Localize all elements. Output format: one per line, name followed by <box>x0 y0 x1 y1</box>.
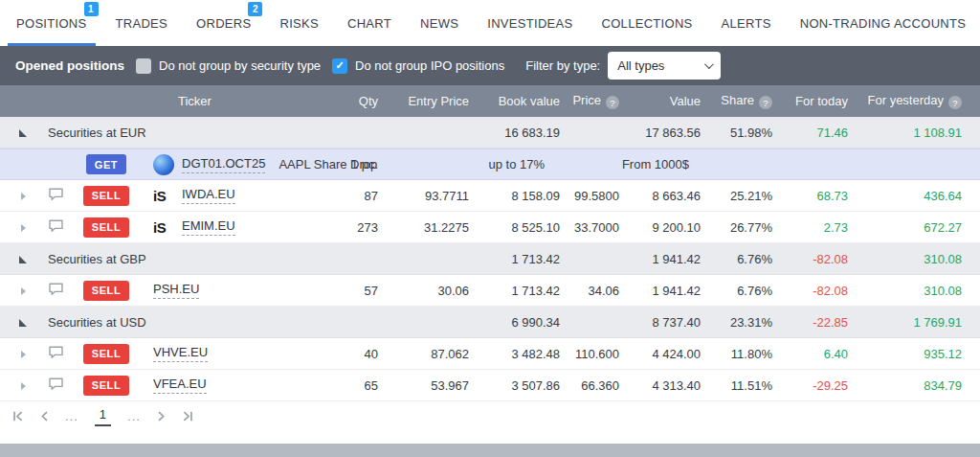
sell-button[interactable]: SELL <box>83 186 129 206</box>
tab-news[interactable]: NEWS <box>406 0 473 46</box>
position-row: SELL VHVE.EU 40 87.062 3 482.48 110.600 … <box>0 338 980 370</box>
table-header-row: Ticker Qty Entry Price Book value Price?… <box>0 85 980 117</box>
for-yesterday-cell: 436.64 <box>848 189 980 203</box>
header-share[interactable]: Share? <box>701 93 772 110</box>
header-for-yesterday[interactable]: For yesterday? <box>848 93 980 110</box>
next-page-icon[interactable] <box>157 410 166 423</box>
chevron-down-icon <box>704 59 714 69</box>
for-today-cell: -82.08 <box>772 284 848 298</box>
bottom-spacer <box>0 430 980 444</box>
checkbox-icon[interactable] <box>332 58 347 74</box>
help-icon[interactable]: ? <box>606 96 619 109</box>
group-row[interactable]: Securities at EUR 16 683.19 17 863.56 51… <box>0 117 980 149</box>
header-entry-price[interactable]: Entry Price <box>378 94 469 108</box>
group-by-type-checkbox[interactable]: Do not group by security type <box>136 58 321 74</box>
horizontal-scrollbar[interactable] <box>0 444 980 457</box>
ishares-logo: iS <box>153 188 173 204</box>
header-ticker[interactable]: Ticker <box>138 94 302 108</box>
tab-label: ORDERS <box>196 16 251 31</box>
expand-arrow-icon[interactable] <box>21 382 26 390</box>
qty-cell: 65 <box>302 378 378 393</box>
ticker-label[interactable]: EMIM.EU <box>182 218 235 236</box>
tab-risks[interactable]: RISKS <box>265 0 333 46</box>
tab-non-trading-accounts[interactable]: NON-TRADING ACCOUNTS <box>786 0 980 46</box>
share-cell: 11.80% <box>701 347 772 361</box>
tab-trades[interactable]: TRADES <box>101 0 183 46</box>
promo-row[interactable]: GET DGT01.OCT25 AAPL Share Drop 1 pc. up… <box>0 149 980 180</box>
sell-button[interactable]: SELL <box>83 344 129 364</box>
sell-button[interactable]: SELL <box>83 217 129 238</box>
expand-arrow-icon[interactable] <box>21 351 26 358</box>
qty-cell: 40 <box>302 347 378 361</box>
checkbox-label: Do not group IPO positions <box>355 58 504 73</box>
value-cell: 1 941.42 <box>619 284 701 298</box>
tab-orders[interactable]: ORDERS2 <box>182 0 265 46</box>
group-value: 1 941.42 <box>619 252 701 266</box>
prev-page-icon[interactable] <box>40 410 49 423</box>
expand-arrow-icon[interactable] <box>21 224 26 232</box>
tab-chart[interactable]: CHART <box>333 0 406 46</box>
comment-icon[interactable] <box>48 345 64 359</box>
ticker-label[interactable]: DGT01.OCT25 <box>182 156 265 173</box>
promo-qty: 1 pc. <box>302 157 378 171</box>
ticker-label[interactable]: IWDA.EU <box>182 187 235 204</box>
group-for-today: -22.85 <box>772 315 848 330</box>
ipo-positions-checkbox[interactable]: Do not group IPO positions <box>332 58 504 74</box>
group-share: 6.76% <box>701 252 772 266</box>
book-value-cell: 3 482.48 <box>469 347 560 361</box>
collapse-triangle-icon[interactable] <box>19 319 27 327</box>
help-icon[interactable]: ? <box>948 96 962 109</box>
value-cell: 4 313.40 <box>619 378 701 393</box>
ticker-label[interactable]: VHVE.EU <box>153 345 208 362</box>
tab-investideas[interactable]: INVESTIDEAS <box>473 0 587 46</box>
ishares-logo: iS <box>153 219 173 236</box>
group-row[interactable]: Securities at USD 6 990.34 8 737.40 23.3… <box>0 307 980 338</box>
comment-icon[interactable] <box>48 377 64 391</box>
tab-label: TRADES <box>116 16 168 31</box>
last-page-icon[interactable] <box>182 410 194 423</box>
opened-positions-title: Opened positions <box>15 58 124 73</box>
sell-button[interactable]: SELL <box>83 281 129 301</box>
comment-icon[interactable] <box>48 187 64 201</box>
positions-table-body: Securities at EUR 16 683.19 17 863.56 51… <box>0 117 980 401</box>
comment-icon[interactable] <box>48 282 64 296</box>
book-value-cell: 3 507.86 <box>469 378 560 393</box>
pagination-bar: ... 1 ... <box>0 401 980 430</box>
tab-collections[interactable]: COLLECTIONS <box>588 0 707 46</box>
sell-button[interactable]: SELL <box>83 376 129 396</box>
header-for-today[interactable]: For today <box>772 94 848 108</box>
position-row: SELL iSEMIM.EU 273 31.2275 8 525.10 33.7… <box>0 212 980 243</box>
group-share: 51.98% <box>701 126 772 140</box>
checkbox-icon[interactable] <box>136 58 151 74</box>
help-icon[interactable]: ? <box>759 96 772 109</box>
ticker-label[interactable]: PSH.EU <box>153 282 199 299</box>
tab-bar: POSITIONS1TRADESORDERS2RISKSCHARTNEWSINV… <box>0 0 980 46</box>
header-price[interactable]: Price? <box>560 93 619 110</box>
comment-icon[interactable] <box>48 218 64 233</box>
pagination-ellipsis[interactable]: ... <box>127 409 141 423</box>
group-book-value: 1 713.42 <box>469 252 560 266</box>
header-qty[interactable]: Qty <box>302 94 378 108</box>
price-cell: 34.06 <box>560 284 619 298</box>
pagination-ellipsis[interactable]: ... <box>65 409 78 423</box>
header-value[interactable]: Value <box>619 94 701 108</box>
tab-label: COLLECTIONS <box>602 16 693 31</box>
header-book-value[interactable]: Book value <box>469 94 560 108</box>
collapse-triangle-icon[interactable] <box>19 256 27 263</box>
share-cell: 6.76% <box>701 284 772 298</box>
first-page-icon[interactable] <box>11 410 24 423</box>
expand-arrow-icon[interactable] <box>21 287 26 295</box>
expand-arrow-icon[interactable] <box>21 193 26 200</box>
tab-positions[interactable]: POSITIONS1 <box>2 0 101 46</box>
current-page[interactable]: 1 <box>95 406 111 426</box>
filter-type-select[interactable]: All types <box>608 52 721 80</box>
ticker-label[interactable]: VFEA.EU <box>153 377 207 394</box>
group-name: Securities at EUR <box>42 126 302 140</box>
get-button[interactable]: GET <box>86 154 126 174</box>
entry-price-cell: 93.7711 <box>378 189 469 203</box>
tab-alerts[interactable]: ALERTS <box>707 0 786 46</box>
for-yesterday-cell: 935.12 <box>848 347 980 361</box>
for-today-cell: 68.73 <box>772 189 848 203</box>
collapse-triangle-icon[interactable] <box>19 129 27 137</box>
group-row[interactable]: Securities at GBP 1 713.42 1 941.42 6.76… <box>0 243 980 275</box>
